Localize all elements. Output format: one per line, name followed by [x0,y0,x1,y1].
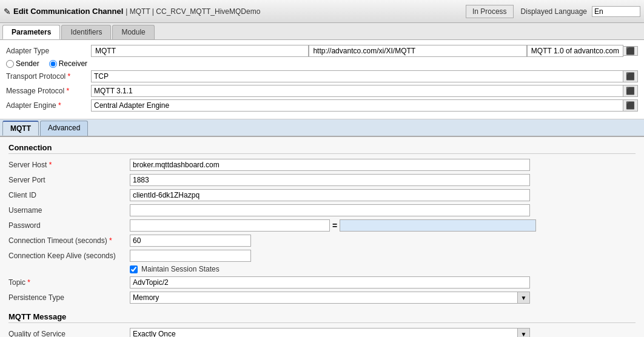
qos-field: ▼ [130,328,530,337]
username-input[interactable] [130,204,530,216]
message-protocol-field: ⬛ [91,85,638,97]
language-input[interactable] [592,6,640,17]
password-label: Password [8,221,130,230]
sender-radio[interactable] [6,60,14,68]
client-id-label: Client ID [8,191,130,199]
password-fields: = [130,219,536,232]
adapter-type-value: MQTT [91,45,309,57]
receiver-radio[interactable] [49,60,57,68]
edit-icon: ✎ [4,7,11,16]
password-input-left[interactable] [130,219,330,232]
adapter-type-browse-btn[interactable]: ⬛ [623,46,638,56]
message-protocol-label: Message Protocol [6,87,91,95]
form-area: Adapter Type MQTT http://advantco.com/xi… [0,40,644,119]
transport-protocol-label: Transport Protocol [6,72,91,81]
message-protocol-row: Message Protocol ⬛ [6,85,638,97]
client-id-input[interactable] [130,189,530,201]
mqtt-message-section-title: MQTT Message [8,312,636,323]
topic-input[interactable] [130,276,530,289]
topic-label: Topic [8,278,130,287]
persistence-type-input[interactable] [130,292,518,304]
connection-timeout-row: Connection Timeout (seconds) [8,235,636,247]
server-port-input[interactable] [130,174,530,186]
tab-module[interactable]: Module [112,25,154,39]
qos-input[interactable] [130,328,518,337]
server-host-row: Server Host [8,159,636,171]
main-tab-bar: Parameters Identifiers Module [0,23,644,40]
client-id-row: Client ID [8,189,636,201]
transport-protocol-input[interactable] [91,70,623,82]
persistence-type-dropdown-btn[interactable]: ▼ [518,292,530,304]
header-title: Edit Communication Channel [13,7,123,16]
password-equals: = [332,221,337,230]
maintain-session-checkbox[interactable] [130,265,138,273]
adapter-type-desc: MQTT 1.0 of advantco.com [527,45,623,57]
message-protocol-input[interactable] [91,85,623,97]
connection-timeout-input[interactable] [130,235,251,247]
header: ✎ Edit Communication Channel | MQTT | CC… [0,0,644,23]
topic-row: Topic [8,276,636,289]
password-input-right[interactable] [340,219,536,232]
connection-keepalive-label: Connection Keep Alive (seconds) [8,252,130,260]
qos-dropdown-btn[interactable]: ▼ [518,328,530,337]
persistence-type-label: Persistence Type [8,293,130,302]
persistence-type-row: Persistence Type ▼ [8,292,636,304]
persistence-type-field: ▼ [130,292,530,304]
server-host-label: Server Host [8,161,130,169]
adapter-type-url: http://advantco.com/xi/XI/MQTT [309,45,526,57]
server-port-row: Server Port [8,174,636,186]
sender-receiver-row: Sender Receiver [6,59,638,68]
username-label: Username [8,206,130,215]
sub-tab-bar: MQTT Advanced [0,119,644,137]
displayed-language-label: Displayed Language [521,7,587,16]
adapter-type-row: Adapter Type MQTT http://advantco.com/xi… [6,45,638,57]
receiver-label[interactable]: Receiver [59,59,87,68]
sub-tab-advanced[interactable]: Advanced [40,121,88,136]
connection-keepalive-input[interactable] [130,250,251,262]
tab-identifiers[interactable]: Identifiers [61,25,111,39]
message-protocol-browse-btn[interactable]: ⬛ [623,85,638,97]
status-badge: In Process [466,5,514,18]
mqtt-message-section: MQTT Message Quality of Service ▼ Retain… [8,312,636,337]
connection-keepalive-row: Connection Keep Alive (seconds) [8,250,636,262]
sub-tab-mqtt[interactable]: MQTT [2,121,39,136]
adapter-engine-browse-btn[interactable]: ⬛ [623,99,638,112]
maintain-session-label[interactable]: Maintain Session States [141,265,220,273]
transport-protocol-field: ⬛ [91,70,638,82]
maintain-session-row: Maintain Session States [8,265,636,273]
transport-protocol-browse-btn[interactable]: ⬛ [623,70,638,82]
transport-protocol-row: Transport Protocol ⬛ [6,70,638,82]
qos-row: Quality of Service ▼ [8,328,636,337]
adapter-type-label: Adapter Type [6,47,91,55]
tab-parameters[interactable]: Parameters [2,25,60,39]
server-port-label: Server Port [8,176,130,184]
password-row: Password = [8,219,636,232]
qos-label: Quality of Service [8,330,130,337]
adapter-engine-field: ⬛ [91,99,638,112]
adapter-engine-label: Adapter Engine [6,101,91,110]
username-row: Username [8,204,636,216]
adapter-engine-input[interactable] [91,99,623,112]
content-panel: Connection Server Host Server Port Clien… [0,137,644,337]
server-host-input[interactable] [130,159,530,171]
connection-section-title: Connection [8,143,636,154]
adapter-engine-row: Adapter Engine ⬛ [6,99,638,112]
sender-label[interactable]: Sender [16,59,39,68]
connection-timeout-label: Connection Timeout (seconds) [8,236,130,245]
header-path: | MQTT | CC_RCV_MQTT_HiveMQDemo [126,7,260,16]
